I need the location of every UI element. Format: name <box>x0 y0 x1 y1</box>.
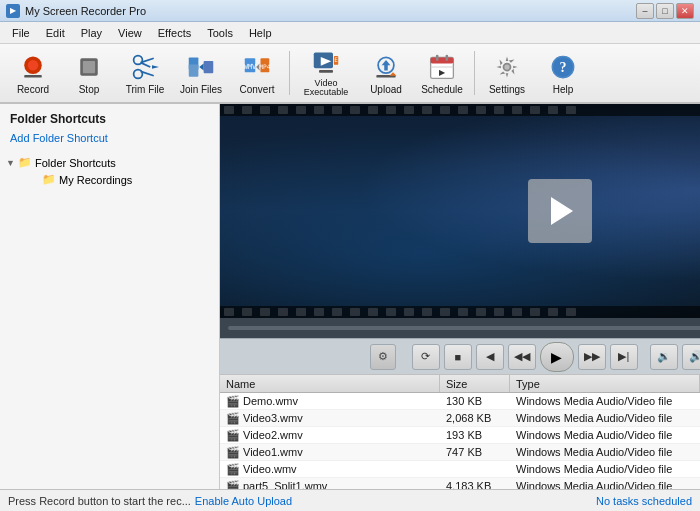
file-icon: 🎬 <box>226 463 240 475</box>
filmstrip-bottom <box>220 306 700 318</box>
file-row[interactable]: 🎬part5_Split1.wmv 4,183 KB Windows Media… <box>220 478 700 489</box>
join-icon <box>185 51 217 83</box>
film-hole <box>296 308 306 316</box>
filmstrip-top <box>220 104 700 116</box>
status-message: Press Record button to start the rec... <box>8 495 191 507</box>
controls-bar: ⚙ ⟳ ■ ◀ ◀◀ ▶ ▶▶ ▶| 🔉 🔊 ⛶ <box>220 338 700 374</box>
col-header-size[interactable]: Size <box>440 375 510 392</box>
menu-edit[interactable]: Edit <box>38 25 73 41</box>
file-row[interactable]: 🎬Video3.wmv 2,068 KB Windows Media Audio… <box>220 410 700 427</box>
file-row[interactable]: 🎬Video1.wmv 747 KB Windows Media Audio/V… <box>220 444 700 461</box>
menu-tools[interactable]: Tools <box>199 25 241 41</box>
minimize-button[interactable]: – <box>636 3 654 19</box>
settings-button[interactable]: Settings <box>480 47 534 99</box>
prev-frame-button[interactable]: ◀ <box>476 344 504 370</box>
tree-arrow-recordings <box>30 175 42 185</box>
trim-file-button[interactable]: Trim File <box>118 47 172 99</box>
video-bg <box>220 104 700 318</box>
help-label: Help <box>553 85 574 95</box>
maximize-button[interactable]: □ <box>656 3 674 19</box>
timeline-bar: 00:00:00 / 00:00:00 <box>220 318 700 338</box>
file-icon: 🎬 <box>226 412 240 424</box>
file-size-cell: 193 KB <box>440 429 510 441</box>
menu-effects[interactable]: Effects <box>150 25 199 41</box>
upload-button[interactable]: Upload <box>359 47 413 99</box>
tree-label-recordings: My Recordings <box>59 174 132 186</box>
stop-button[interactable]: Stop <box>62 47 116 99</box>
film-hole <box>566 308 576 316</box>
file-name-cell: 🎬Video2.wmv <box>220 429 440 442</box>
film-hole <box>494 308 504 316</box>
file-type-cell: Windows Media Audio/Video file <box>510 395 700 407</box>
schedule-icon: ▶ <box>426 51 458 83</box>
menu-view[interactable]: View <box>110 25 150 41</box>
volume-settings-button[interactable]: ⚙ <box>370 344 396 370</box>
file-name-cell: 🎬part5_Split1.wmv <box>220 480 440 490</box>
app-icon: ▶ <box>6 4 20 18</box>
snapshot-button[interactable]: ⟳ <box>412 344 440 370</box>
film-hole <box>332 308 342 316</box>
film-hole <box>404 308 414 316</box>
volume-down-button[interactable]: 🔉 <box>650 344 678 370</box>
svg-rect-31 <box>431 57 454 63</box>
menu-play[interactable]: Play <box>73 25 110 41</box>
file-name-cell: 🎬Video.wmv <box>220 463 440 476</box>
film-hole <box>278 106 288 114</box>
player-stop-button[interactable]: ■ <box>444 344 472 370</box>
add-folder-shortcut-link[interactable]: Add Folder Shortcut <box>0 130 219 150</box>
volume-up-button[interactable]: 🔊 <box>682 344 700 370</box>
title-bar: ▶ My Screen Recorder Pro – □ ✕ <box>0 0 700 22</box>
film-hole <box>530 308 540 316</box>
file-size-cell: 130 KB <box>440 395 510 407</box>
play-triangle-icon <box>551 197 573 225</box>
play-pause-button[interactable]: ▶ <box>540 342 574 372</box>
upload-label: Upload <box>370 85 402 95</box>
menu-file[interactable]: File <box>4 25 38 41</box>
separator-1 <box>289 51 290 95</box>
svg-rect-13 <box>204 61 214 73</box>
file-row[interactable]: 🎬Video2.wmv 193 KB Windows Media Audio/V… <box>220 427 700 444</box>
film-hole <box>332 106 342 114</box>
film-hole <box>242 106 252 114</box>
main-content: Folder Shortcuts Add Folder Shortcut ▼ 📁… <box>0 104 700 489</box>
fast-forward-button[interactable]: ▶▶ <box>578 344 606 370</box>
close-button[interactable]: ✕ <box>676 3 694 19</box>
auto-upload-link[interactable]: Enable Auto Upload <box>195 495 292 507</box>
col-header-name[interactable]: Name <box>220 375 440 392</box>
video-executable-label: Video Executable <box>298 79 354 97</box>
tree-item-recordings[interactable]: 📁 My Recordings <box>0 171 219 188</box>
video-executable-button[interactable]: E Video Executable <box>295 47 357 99</box>
trim-label: Trim File <box>126 85 165 95</box>
film-hole <box>548 308 558 316</box>
sidebar: Folder Shortcuts Add Folder Shortcut ▼ 📁… <box>0 104 220 489</box>
tree-item-root[interactable]: ▼ 📁 Folder Shortcuts <box>0 154 219 171</box>
col-header-type[interactable]: Type <box>510 375 700 392</box>
file-row[interactable]: 🎬Demo.wmv 130 KB Windows Media Audio/Vid… <box>220 393 700 410</box>
file-type-cell: Windows Media Audio/Video file <box>510 463 700 475</box>
schedule-button[interactable]: ▶ Schedule <box>415 47 469 99</box>
play-overlay-button[interactable] <box>528 179 592 243</box>
folder-icon-recordings: 📁 <box>42 173 56 186</box>
file-row[interactable]: 🎬Video.wmv Windows Media Audio/Video fil… <box>220 461 700 478</box>
convert-button[interactable]: WMV MP4 Convert <box>230 47 284 99</box>
svg-text:?: ? <box>560 60 567 75</box>
film-hole <box>476 106 486 114</box>
next-frame-button[interactable]: ▶| <box>610 344 638 370</box>
svg-rect-22 <box>319 70 333 73</box>
record-button[interactable]: Record <box>6 47 60 99</box>
help-button[interactable]: ? Help <box>536 47 590 99</box>
film-hole <box>512 308 522 316</box>
timeline-track[interactable] <box>228 326 700 330</box>
rewind-button[interactable]: ◀◀ <box>508 344 536 370</box>
film-hole <box>224 308 234 316</box>
svg-text:▶: ▶ <box>439 68 446 77</box>
video-preview[interactable] <box>220 104 700 318</box>
svg-marker-29 <box>390 72 397 76</box>
file-size-cell: 2,068 KB <box>440 412 510 424</box>
scheduled-tasks-link[interactable]: No tasks scheduled <box>596 495 692 507</box>
svg-rect-12 <box>189 64 199 76</box>
file-type-cell: Windows Media Audio/Video file <box>510 429 700 441</box>
sidebar-header: Folder Shortcuts <box>0 104 219 130</box>
menu-help[interactable]: Help <box>241 25 280 41</box>
join-files-button[interactable]: Join Files <box>174 47 228 99</box>
